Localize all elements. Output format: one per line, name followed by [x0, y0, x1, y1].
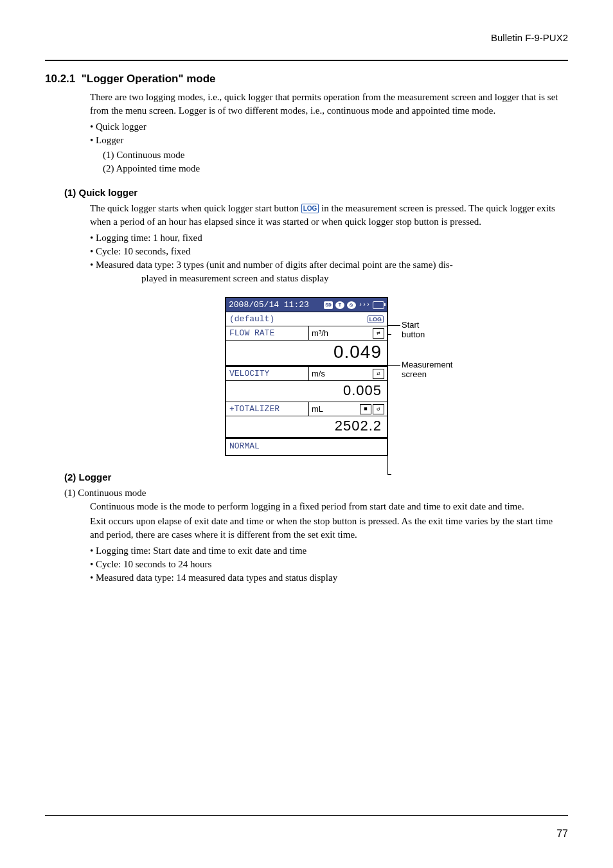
- continuous-mode-label: (1) Continuous mode: [64, 486, 568, 500]
- callout-label: Start button: [402, 320, 425, 339]
- device-row-velocity: VELOCITY m/s ⇄: [226, 365, 387, 380]
- t-icon: T: [335, 301, 344, 309]
- list-item: Cycle: 10 seconds, fixed: [90, 245, 568, 258]
- quick-bullets: Logging time: 1 hour, fixed Cycle: 10 se…: [90, 231, 568, 272]
- list-item: Measured data type: 3 types (unit and nu…: [90, 258, 568, 272]
- row-label: FLOW RATE: [226, 326, 309, 340]
- device-datetime: 2008/05/14 11:23: [229, 300, 309, 310]
- arrow-button[interactable]: ⇄: [373, 328, 384, 339]
- arrow-button[interactable]: ⇄: [373, 369, 384, 379]
- callout-start: Start button: [402, 320, 425, 339]
- section-number: 10.2.1: [45, 73, 75, 85]
- logger-submodes: (1) Continuous mode (2) Appointed time m…: [103, 148, 568, 175]
- list-item: Cycle: 10 seconds to 24 hours: [90, 558, 568, 571]
- divider-top: [45, 60, 568, 61]
- quick-logger-body: The quick logger starts when quick logge…: [90, 202, 568, 285]
- row-value: 2502.2: [226, 416, 387, 437]
- log-start-button[interactable]: LOG: [368, 315, 384, 323]
- list-item: Logging time: 1 hour, fixed: [90, 231, 568, 245]
- row-value: 0.005: [226, 380, 387, 402]
- logger-p2: Exit occurs upon elapse of exit date and…: [90, 515, 568, 542]
- device-statusbar: 2008/05/14 11:23 SD T ⦸ ›››: [226, 298, 387, 312]
- no-icon: ⦸: [347, 301, 356, 309]
- reset-button[interactable]: ↺: [373, 404, 384, 414]
- row-unit: m/s: [312, 369, 325, 378]
- row-unit: m³/h: [312, 328, 328, 338]
- sd-icon: SD: [324, 301, 333, 309]
- device-status: NORMAL: [226, 437, 387, 455]
- divider-bottom: [45, 815, 568, 816]
- battery-icon: [373, 301, 384, 309]
- row-value: 0.049: [226, 340, 387, 365]
- callout-label: Measurement screen: [402, 360, 452, 379]
- default-label: (default): [229, 314, 274, 324]
- logger-body: Continuous mode is the mode to perform l…: [90, 500, 568, 585]
- device-default-row: (default) LOG: [226, 312, 387, 326]
- logger-p1: Continuous mode is the mode to perform l…: [90, 500, 568, 513]
- log-icon: LOG: [301, 204, 319, 213]
- quick-paragraph: The quick logger starts when quick logge…: [90, 202, 568, 229]
- device-row-flowrate: FLOW RATE m³/h ⇄: [226, 326, 387, 340]
- list-item: (2) Appointed time mode: [103, 162, 568, 175]
- list-item: Logging time: Start date and time to exi…: [90, 544, 568, 558]
- row-unit: mL: [312, 404, 323, 414]
- header-bulletin: Bulletin F-9-PUX2: [45, 32, 568, 43]
- intro-bullets: Quick logger Logger: [90, 120, 568, 147]
- page-number: 77: [556, 828, 568, 840]
- bullet-continuation: played in measurement screen and status …: [141, 272, 568, 285]
- logger-heading: (2) Logger: [64, 472, 568, 483]
- logger-bullets: Logging time: Start date and time to exi…: [90, 544, 568, 585]
- intro-paragraph: There are two logging modes, i.e., quick…: [90, 91, 568, 118]
- section-intro: There are two logging modes, i.e., quick…: [90, 91, 568, 175]
- list-item: Measured data type: 14 measured data typ…: [90, 571, 568, 585]
- device-row-totalizer: +TOTALIZER mL ■ ↺: [226, 402, 387, 416]
- signal-icon: ›››: [359, 301, 370, 308]
- callout-measurement: Measurement screen: [402, 360, 452, 379]
- device-screen: 2008/05/14 11:23 SD T ⦸ ››› (default) LO…: [225, 297, 388, 456]
- row-label: +TOTALIZER: [226, 402, 309, 416]
- text-part: The quick logger starts when quick logge…: [90, 203, 301, 213]
- list-item: Logger: [90, 134, 568, 147]
- stop-button[interactable]: ■: [360, 404, 371, 414]
- list-item: (1) Continuous mode: [103, 148, 568, 162]
- quick-logger-heading: (1) Quick logger: [64, 187, 568, 198]
- list-item: Quick logger: [90, 120, 568, 134]
- section-title-text: "Logger Operation" mode: [82, 73, 216, 85]
- section-heading: 10.2.1 "Logger Operation" mode: [45, 73, 568, 85]
- row-label: VELOCITY: [226, 367, 309, 380]
